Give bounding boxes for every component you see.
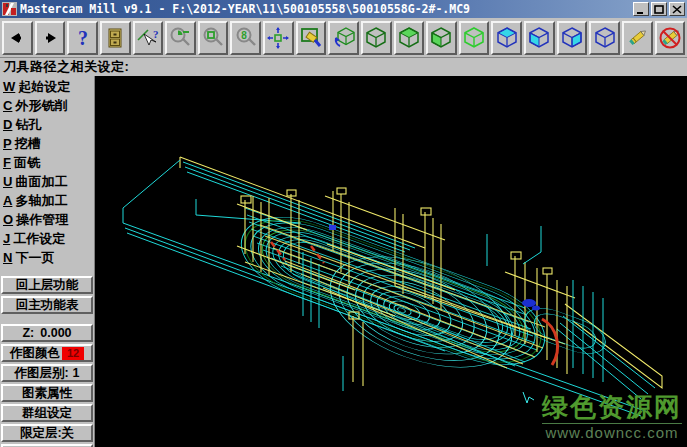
- menu-label: 操作管理: [16, 211, 68, 229]
- graphics-viewport[interactable]: 绿色资源网 www.downcc.com: [95, 76, 687, 447]
- analyze-button[interactable]: ?: [133, 21, 164, 55]
- unzoom-08-button[interactable]: 8: [230, 21, 261, 55]
- back-button[interactable]: [2, 21, 33, 55]
- z-depth-button[interactable]: Z: 0.000: [1, 324, 93, 342]
- zoom-button[interactable]: [165, 21, 196, 55]
- cplane-top-icon: [495, 26, 519, 50]
- gview-top-button[interactable]: [394, 21, 425, 55]
- maximize-icon: [654, 5, 664, 14]
- entity-attributes-button[interactable]: 图素属性: [1, 384, 93, 402]
- menu-label: 下一页: [15, 249, 54, 267]
- group-settings-button[interactable]: 群组设定: [1, 404, 93, 422]
- gview-isometric-button[interactable]: [361, 21, 392, 55]
- sidebar-menu: W 起始设定 C 外形铣削 D 钻孔 P 挖槽: [0, 76, 95, 447]
- delete-button[interactable]: [655, 21, 686, 55]
- cplane-3d-icon: [593, 26, 617, 50]
- menu-item[interactable]: D 钻孔: [1, 115, 93, 134]
- menu-item[interactable]: W 起始设定: [1, 77, 93, 96]
- menu-hotkey: F: [3, 155, 11, 170]
- menu-label: 挖槽: [15, 135, 41, 153]
- back-arrow-icon: [5, 26, 29, 50]
- close-icon: [672, 5, 682, 14]
- cplane-front-icon: [527, 26, 551, 50]
- pan-icon: [266, 26, 290, 50]
- maximize-button[interactable]: [651, 2, 667, 16]
- cplane-side-button[interactable]: [557, 21, 588, 55]
- menu-hotkey: J: [3, 231, 10, 246]
- cplane-3d-button[interactable]: [589, 21, 620, 55]
- zoom-icon: [168, 26, 192, 50]
- prompt-bar: 刀具路径之相关设定:: [0, 58, 687, 76]
- help-icon: ?: [71, 26, 95, 50]
- draw-color-button[interactable]: 作图颜色 12: [1, 344, 93, 362]
- file-cabinet-icon: [103, 26, 127, 50]
- gview-isometric-icon: [364, 26, 388, 50]
- menu-hotkey: D: [3, 117, 12, 132]
- menu-label: 钻孔: [15, 116, 41, 134]
- draw-color-label: 作图颜色: [10, 345, 60, 362]
- menu-item[interactable]: P 挖槽: [1, 134, 93, 153]
- file-button[interactable]: [100, 21, 131, 55]
- menu-item[interactable]: O 操作管理: [1, 210, 93, 229]
- menu-item[interactable]: N 下一页: [1, 248, 93, 267]
- undelete-button[interactable]: [622, 21, 653, 55]
- draw-color-swatch: 12: [62, 347, 84, 360]
- repaint-icon: [299, 26, 323, 50]
- help-button[interactable]: ?: [67, 21, 98, 55]
- menu-label: 外形铣削: [15, 97, 67, 115]
- mastercam-window: Mastercam Mill v9.1 - F:\2012-YEAR\11\50…: [0, 0, 687, 447]
- menu-label: 曲面加工: [15, 173, 67, 191]
- draw-level-button[interactable]: 作图层别: 1: [1, 364, 93, 382]
- svg-text:8: 8: [241, 30, 247, 41]
- main-menu-button[interactable]: 回主功能表: [1, 296, 93, 314]
- gview-front-button[interactable]: [426, 21, 457, 55]
- toolbar: ? ?: [0, 18, 687, 58]
- toolpath-menu: W 起始设定 C 外形铣削 D 钻孔 P 挖槽: [1, 77, 93, 267]
- gview-top-icon: [397, 26, 421, 50]
- forward-arrow-icon: [38, 26, 62, 50]
- watermark-site-name: 绿色资源网: [542, 394, 682, 424]
- unzoom-08-icon: 8: [234, 26, 258, 50]
- minimize-icon: [636, 5, 646, 14]
- delete-pencil-icon: [658, 26, 682, 50]
- analyze-cursor-icon: ?: [136, 26, 160, 50]
- menu-item[interactable]: F 面铣: [1, 153, 93, 172]
- zoom-window-button[interactable]: [198, 21, 229, 55]
- pan-button[interactable]: [263, 21, 294, 55]
- cplane-front-button[interactable]: [524, 21, 555, 55]
- menu-label: 面铣: [14, 154, 40, 172]
- limit-layer-button[interactable]: 限定层:关: [1, 424, 93, 442]
- dynamic-rotate-button[interactable]: [328, 21, 359, 55]
- menu-item[interactable]: C 外形铣削: [1, 96, 93, 115]
- gview-side-icon: [462, 26, 486, 50]
- menu-hotkey: W: [3, 79, 15, 94]
- menu-hotkey: C: [3, 98, 12, 113]
- menu-item[interactable]: J 工作设定: [1, 229, 93, 248]
- menu-label: 工作设定: [13, 230, 65, 248]
- repaint-button[interactable]: [296, 21, 327, 55]
- zoom-window-icon: [201, 26, 225, 50]
- z-label: Z:: [22, 326, 34, 340]
- z-value: 0.000: [40, 326, 71, 340]
- watermark: 绿色资源网 www.downcc.com: [542, 394, 682, 441]
- close-button[interactable]: [669, 2, 685, 16]
- gview-front-icon: [429, 26, 453, 50]
- menu-item[interactable]: U 曲面加工: [1, 172, 93, 191]
- backup-menu-button[interactable]: 回上层功能: [1, 276, 93, 294]
- mastercam-logo-icon: [2, 2, 17, 16]
- gview-side-button[interactable]: [459, 21, 490, 55]
- menu-hotkey: U: [3, 174, 12, 189]
- cplane-top-button[interactable]: [491, 21, 522, 55]
- minimize-button[interactable]: [633, 2, 649, 16]
- window-title: Mastercam Mill v9.1 - F:\2012-YEAR\11\50…: [20, 2, 629, 16]
- menu-hotkey: A: [3, 193, 12, 208]
- cplane-side-icon: [560, 26, 584, 50]
- pencil-icon: [625, 26, 649, 50]
- forward-button[interactable]: [35, 21, 66, 55]
- menu-hotkey: P: [3, 136, 12, 151]
- draw-level-label: 作图层别:: [14, 365, 68, 382]
- menu-label: 多轴加工: [15, 192, 67, 210]
- menu-item[interactable]: A 多轴加工: [1, 191, 93, 210]
- dynamic-rotate-icon: [332, 26, 356, 50]
- svg-text:?: ?: [78, 27, 88, 49]
